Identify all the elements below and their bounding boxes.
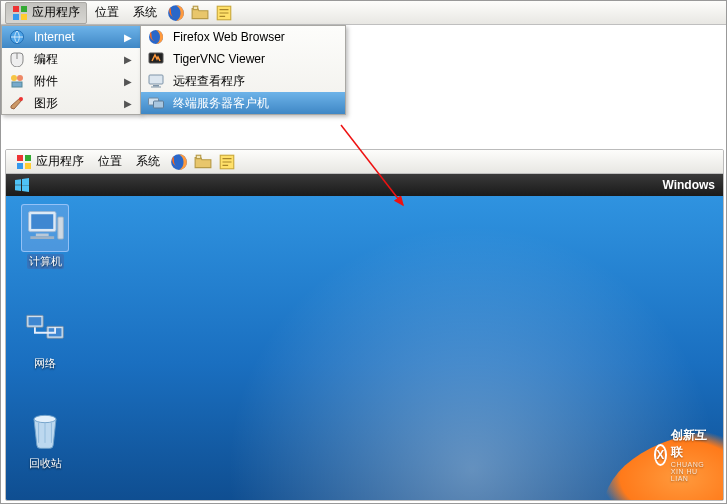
desktop-icon-computer[interactable]: 计算机 (14, 204, 76, 269)
menu-item-programming[interactable]: 编程 ▶ (2, 48, 140, 70)
applications-menu-button[interactable]: 应用程序 (5, 2, 87, 24)
watermark-subtext: CHUANG XIN HU LIAN (671, 461, 713, 482)
windows-logo-icon (14, 177, 30, 193)
places-label: 位置 (98, 153, 122, 170)
menu-item-label: 编程 (34, 51, 58, 68)
mouse-icon (9, 51, 25, 67)
windows-desktop[interactable]: 计算机 网络 回收站 X 创新互联 CHUANG XIN HU LIAN (6, 196, 723, 500)
remote-desktop-window: 应用程序 位置 系统 Windows 计算机 网络 回收站 (5, 149, 724, 501)
submenu-item-label: 终端服务器客户机 (173, 95, 269, 112)
submenu-arrow-icon: ▶ (124, 98, 132, 109)
menu-item-label: 图形 (34, 95, 58, 112)
tigervnc-icon (148, 51, 164, 67)
menu-item-accessories[interactable]: 附件 ▶ (2, 70, 140, 92)
places-menu-button[interactable]: 位置 (89, 2, 125, 24)
firefox-icon (148, 29, 164, 45)
system-menu-button[interactable]: 系统 (127, 2, 163, 24)
apps-icon (12, 5, 28, 21)
menu-item-graphics[interactable]: 图形 ▶ (2, 92, 140, 114)
inner-firefox-launcher[interactable] (168, 151, 190, 173)
submenu-item-label: 远程查看程序 (173, 73, 245, 90)
apps-icon (16, 154, 32, 170)
desktop-icon-network[interactable]: 网络 (14, 306, 76, 371)
brush-icon (9, 95, 25, 111)
submenu-item-firefox[interactable]: Firefox Web Browser (141, 26, 345, 48)
top-panel: 应用程序 位置 系统 (1, 1, 726, 25)
media-icon (9, 73, 25, 89)
notepad-launcher[interactable] (213, 2, 235, 24)
inner-top-panel: 应用程序 位置 系统 (6, 150, 723, 174)
internet-submenu: Firefox Web Browser TigerVNC Viewer 远程查看… (140, 25, 346, 115)
applications-menu: Internet ▶ 编程 ▶ 附件 ▶ 图形 ▶ (1, 25, 141, 115)
submenu-item-label: TigerVNC Viewer (173, 52, 265, 66)
applications-label: 应用程序 (32, 4, 80, 21)
inner-notepad-launcher[interactable] (216, 151, 238, 173)
desktop-icon-label: 回收站 (27, 456, 64, 471)
submenu-item-label: Firefox Web Browser (173, 30, 285, 44)
inner-applications-menu-button[interactable]: 应用程序 (10, 151, 90, 173)
inner-file-manager-launcher[interactable] (192, 151, 214, 173)
network-icon (23, 308, 67, 352)
desktop-icon-recycle-bin[interactable]: 回收站 (14, 406, 76, 471)
menu-item-internet[interactable]: Internet ▶ (2, 26, 140, 48)
submenu-item-tigervnc[interactable]: TigerVNC Viewer (141, 48, 345, 70)
firefox-launcher[interactable] (165, 2, 187, 24)
file-manager-icon (191, 4, 209, 22)
terminal-server-icon (148, 95, 164, 111)
firefox-icon (167, 4, 185, 22)
file-manager-launcher[interactable] (189, 2, 211, 24)
computer-icon (23, 206, 67, 250)
globe-icon (9, 29, 25, 45)
desktop-icon-label: 网络 (32, 356, 58, 371)
system-label: 系统 (136, 153, 160, 170)
inner-places-menu-button[interactable]: 位置 (92, 151, 128, 173)
submenu-arrow-icon: ▶ (124, 54, 132, 65)
system-label: 系统 (133, 4, 157, 21)
submenu-arrow-icon: ▶ (124, 32, 132, 43)
notepad-icon (218, 153, 236, 171)
watermark-logo-icon: X (654, 444, 667, 466)
submenu-item-remote-viewer[interactable]: 远程查看程序 (141, 70, 345, 92)
firefox-icon (170, 153, 188, 171)
watermark-text: 创新互联 (671, 428, 707, 459)
recycle-bin-icon (23, 408, 67, 452)
places-label: 位置 (95, 4, 119, 21)
window-title: Windows (662, 178, 715, 192)
submenu-item-terminal-server-client[interactable]: 终端服务器客户机 (141, 92, 345, 114)
submenu-arrow-icon: ▶ (124, 76, 132, 87)
notepad-icon (215, 4, 233, 22)
desktop-icon-label: 计算机 (27, 254, 64, 269)
inner-system-menu-button[interactable]: 系统 (130, 151, 166, 173)
file-manager-icon (194, 153, 212, 171)
window-titlebar[interactable]: Windows (6, 174, 723, 196)
applications-label: 应用程序 (36, 153, 84, 170)
menu-item-label: 附件 (34, 73, 58, 90)
monitor-icon (148, 73, 164, 89)
menu-item-label: Internet (34, 30, 75, 44)
